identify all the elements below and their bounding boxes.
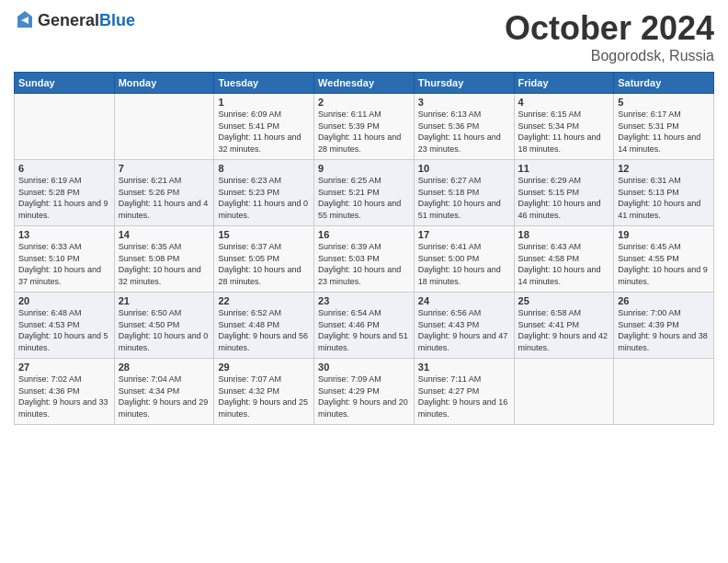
day-info: Sunrise: 6:54 AM Sunset: 4:46 PM Dayligh… — [318, 307, 410, 353]
day-cell: 19Sunrise: 6:45 AM Sunset: 4:55 PM Dayli… — [614, 226, 714, 293]
day-info: Sunrise: 6:29 AM Sunset: 5:15 PM Dayligh… — [518, 175, 610, 221]
day-number: 4 — [518, 97, 610, 108]
title-area: October 2024 Bogorodsk, Russia — [505, 9, 714, 64]
day-number: 19 — [618, 229, 710, 240]
week-row-2: 6Sunrise: 6:19 AM Sunset: 5:28 PM Daylig… — [15, 160, 714, 226]
day-info: Sunrise: 6:45 AM Sunset: 4:55 PM Dayligh… — [618, 241, 710, 287]
header-row: Sunday Monday Tuesday Wednesday Thursday… — [15, 73, 714, 94]
day-number: 15 — [218, 229, 310, 240]
day-info: Sunrise: 6:43 AM Sunset: 4:58 PM Dayligh… — [518, 241, 610, 287]
day-cell: 3Sunrise: 6:13 AM Sunset: 5:36 PM Daylig… — [414, 94, 514, 160]
day-info: Sunrise: 6:56 AM Sunset: 4:43 PM Dayligh… — [418, 307, 510, 353]
day-cell: 7Sunrise: 6:21 AM Sunset: 5:26 PM Daylig… — [114, 160, 214, 226]
day-info: Sunrise: 7:11 AM Sunset: 4:27 PM Dayligh… — [418, 373, 510, 419]
day-info: Sunrise: 6:19 AM Sunset: 5:28 PM Dayligh… — [18, 175, 110, 221]
day-info: Sunrise: 6:17 AM Sunset: 5:31 PM Dayligh… — [618, 109, 710, 155]
day-info: Sunrise: 6:31 AM Sunset: 5:13 PM Dayligh… — [618, 175, 710, 221]
day-number: 25 — [518, 295, 610, 306]
day-cell: 5Sunrise: 6:17 AM Sunset: 5:31 PM Daylig… — [614, 94, 714, 160]
col-thursday: Thursday — [414, 73, 514, 94]
day-cell: 4Sunrise: 6:15 AM Sunset: 5:34 PM Daylig… — [514, 94, 614, 160]
day-number: 29 — [218, 362, 310, 373]
month-title: October 2024 — [505, 9, 714, 48]
day-number: 24 — [418, 295, 510, 306]
day-cell: 17Sunrise: 6:41 AM Sunset: 5:00 PM Dayli… — [414, 226, 514, 293]
day-cell: 14Sunrise: 6:35 AM Sunset: 5:08 PM Dayli… — [114, 226, 214, 293]
day-info: Sunrise: 6:52 AM Sunset: 4:48 PM Dayligh… — [218, 307, 310, 353]
day-cell: 20Sunrise: 6:48 AM Sunset: 4:53 PM Dayli… — [15, 293, 115, 359]
day-info: Sunrise: 6:48 AM Sunset: 4:53 PM Dayligh… — [18, 307, 110, 353]
day-info: Sunrise: 6:21 AM Sunset: 5:26 PM Dayligh… — [119, 175, 210, 221]
day-number: 23 — [318, 295, 410, 306]
day-cell: 2Sunrise: 6:11 AM Sunset: 5:39 PM Daylig… — [314, 94, 415, 160]
day-number: 26 — [618, 295, 710, 306]
day-info: Sunrise: 6:11 AM Sunset: 5:39 PM Dayligh… — [318, 109, 410, 155]
header-area: GeneralBlue October 2024 Bogorodsk, Russ… — [14, 9, 714, 64]
day-number: 13 — [18, 229, 110, 240]
col-friday: Friday — [514, 73, 614, 94]
day-info: Sunrise: 6:23 AM Sunset: 5:23 PM Dayligh… — [218, 175, 310, 221]
day-cell: 21Sunrise: 6:50 AM Sunset: 4:50 PM Dayli… — [114, 293, 214, 359]
day-number: 2 — [318, 97, 410, 108]
col-wednesday: Wednesday — [314, 73, 415, 94]
day-info: Sunrise: 6:58 AM Sunset: 4:41 PM Dayligh… — [518, 307, 610, 353]
day-cell: 25Sunrise: 6:58 AM Sunset: 4:41 PM Dayli… — [514, 293, 614, 359]
day-cell: 30Sunrise: 7:09 AM Sunset: 4:29 PM Dayli… — [314, 359, 415, 425]
col-tuesday: Tuesday — [214, 73, 314, 94]
day-number: 28 — [119, 362, 210, 373]
day-info: Sunrise: 6:13 AM Sunset: 5:36 PM Dayligh… — [418, 109, 510, 155]
day-info: Sunrise: 6:50 AM Sunset: 4:50 PM Dayligh… — [119, 307, 210, 353]
week-row-4: 20Sunrise: 6:48 AM Sunset: 4:53 PM Dayli… — [15, 293, 714, 359]
day-number: 1 — [218, 97, 310, 108]
day-number: 6 — [18, 163, 110, 174]
day-cell — [15, 94, 115, 160]
logo-icon — [14, 9, 36, 31]
day-info: Sunrise: 7:09 AM Sunset: 4:29 PM Dayligh… — [318, 373, 410, 419]
week-row-3: 13Sunrise: 6:33 AM Sunset: 5:10 PM Dayli… — [15, 226, 714, 293]
day-cell: 10Sunrise: 6:27 AM Sunset: 5:18 PM Dayli… — [414, 160, 514, 226]
day-info: Sunrise: 7:04 AM Sunset: 4:34 PM Dayligh… — [119, 373, 210, 419]
day-cell: 13Sunrise: 6:33 AM Sunset: 5:10 PM Dayli… — [15, 226, 115, 293]
day-number: 10 — [418, 163, 510, 174]
day-cell — [114, 94, 214, 160]
page-container: GeneralBlue October 2024 Bogorodsk, Russ… — [0, 0, 728, 434]
day-info: Sunrise: 6:41 AM Sunset: 5:00 PM Dayligh… — [418, 241, 510, 287]
logo-general: General — [38, 11, 99, 29]
day-cell: 31Sunrise: 7:11 AM Sunset: 4:27 PM Dayli… — [414, 359, 514, 425]
day-number: 9 — [318, 163, 410, 174]
day-number: 27 — [18, 362, 110, 373]
day-number: 18 — [518, 229, 610, 240]
day-info: Sunrise: 7:02 AM Sunset: 4:36 PM Dayligh… — [18, 373, 110, 419]
day-info: Sunrise: 6:15 AM Sunset: 5:34 PM Dayligh… — [518, 109, 610, 155]
location-title: Bogorodsk, Russia — [505, 48, 714, 64]
day-info: Sunrise: 6:27 AM Sunset: 5:18 PM Dayligh… — [418, 175, 510, 221]
day-number: 30 — [318, 362, 410, 373]
day-cell: 12Sunrise: 6:31 AM Sunset: 5:13 PM Dayli… — [614, 160, 714, 226]
col-saturday: Saturday — [614, 73, 714, 94]
day-cell: 18Sunrise: 6:43 AM Sunset: 4:58 PM Dayli… — [514, 226, 614, 293]
day-number: 16 — [318, 229, 410, 240]
col-monday: Monday — [114, 73, 214, 94]
day-cell: 23Sunrise: 6:54 AM Sunset: 4:46 PM Dayli… — [314, 293, 415, 359]
day-cell: 22Sunrise: 6:52 AM Sunset: 4:48 PM Dayli… — [214, 293, 314, 359]
day-number: 14 — [119, 229, 210, 240]
day-cell: 29Sunrise: 7:07 AM Sunset: 4:32 PM Dayli… — [214, 359, 314, 425]
week-row-1: 1Sunrise: 6:09 AM Sunset: 5:41 PM Daylig… — [15, 94, 714, 160]
day-info: Sunrise: 6:39 AM Sunset: 5:03 PM Dayligh… — [318, 241, 410, 287]
day-cell: 15Sunrise: 6:37 AM Sunset: 5:05 PM Dayli… — [214, 226, 314, 293]
day-info: Sunrise: 6:25 AM Sunset: 5:21 PM Dayligh… — [318, 175, 410, 221]
day-cell: 24Sunrise: 6:56 AM Sunset: 4:43 PM Dayli… — [414, 293, 514, 359]
day-number: 11 — [518, 163, 610, 174]
calendar-table: Sunday Monday Tuesday Wednesday Thursday… — [14, 72, 714, 425]
day-cell: 1Sunrise: 6:09 AM Sunset: 5:41 PM Daylig… — [214, 94, 314, 160]
day-number: 8 — [218, 163, 310, 174]
day-cell — [614, 359, 714, 425]
day-number: 20 — [18, 295, 110, 306]
day-number: 21 — [119, 295, 210, 306]
day-cell: 16Sunrise: 6:39 AM Sunset: 5:03 PM Dayli… — [314, 226, 415, 293]
day-cell: 11Sunrise: 6:29 AM Sunset: 5:15 PM Dayli… — [514, 160, 614, 226]
day-cell: 6Sunrise: 6:19 AM Sunset: 5:28 PM Daylig… — [15, 160, 115, 226]
day-number: 31 — [418, 362, 510, 373]
day-cell: 26Sunrise: 7:00 AM Sunset: 4:39 PM Dayli… — [614, 293, 714, 359]
day-number: 17 — [418, 229, 510, 240]
